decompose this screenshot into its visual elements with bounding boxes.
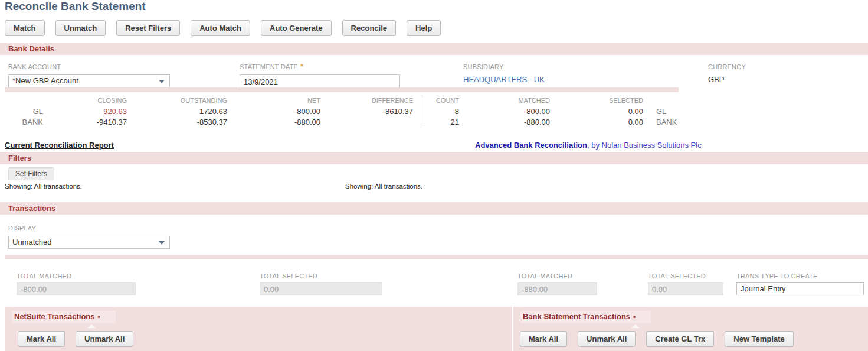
bank-statement-transactions-panel: Bank Statement Transactions• Mark All Un… — [513, 307, 868, 351]
netsuite-total-selected-label: TOTAL SELECTED — [260, 272, 382, 280]
column-header-outstanding: OUTSTANDING — [156, 97, 227, 104]
netsuite-panel-buttons: Mark All Unmark All — [18, 331, 133, 347]
bank-account-field: BANK ACCOUNT *New GBP Account — [8, 61, 170, 87]
toolbar: Match Unmatch Reset Filters Auto Match A… — [5, 20, 441, 36]
column-header-closing: CLOSING — [68, 97, 127, 104]
bank-total-matched-label: TOTAL MATCHED — [517, 272, 597, 280]
divider-strip — [5, 255, 868, 259]
netsuite-total-matched-input — [17, 282, 136, 295]
gl-count-cell: 8 — [412, 107, 459, 116]
bank-total-selected-label: TOTAL SELECTED — [648, 272, 723, 280]
bank-closing-cell: -9410.37 — [68, 118, 127, 126]
chevron-down-icon — [159, 80, 165, 83]
netsuite-total-selected-input — [260, 282, 382, 295]
bank-account-label: BANK ACCOUNT — [8, 63, 61, 70]
gl-outstanding-cell: 1720.63 — [156, 107, 227, 116]
column-header-count: COUNT — [412, 97, 459, 104]
reconcile-button[interactable]: Reconcile — [342, 20, 396, 36]
bullet-icon: • — [98, 313, 100, 321]
summary-table-divider — [424, 96, 424, 127]
auto-generate-button[interactable]: Auto Generate — [261, 20, 332, 36]
subsidiary-link[interactable]: HEADQUARTERS - UK — [463, 75, 545, 84]
bank-selected-cell: 0.00 — [584, 118, 643, 126]
set-filters-button[interactable]: Set Filters — [8, 167, 54, 180]
bank-outstanding-cell: -8530.37 — [156, 118, 227, 126]
netsuite-mark-all-button[interactable]: Mark All — [18, 331, 65, 347]
gl-row-label: GL — [8, 107, 43, 116]
divider-strip — [5, 87, 679, 92]
advanced-bank-reconciliation-link[interactable]: Advanced Bank Reconciliation — [475, 141, 587, 150]
netsuite-total-matched-field: TOTAL MATCHED — [17, 272, 136, 295]
bank-total-selected-field: TOTAL SELECTED — [648, 272, 723, 295]
subsidiary-label: SUBSIDIARY — [463, 63, 503, 70]
bank-statement-transactions-title[interactable]: Bank Statement Transactions• — [520, 311, 651, 323]
bank-account-value: *New GBP Account — [12, 76, 78, 85]
bank-details-section-header: Bank Details — [0, 43, 868, 55]
bullet-icon: • — [633, 313, 636, 321]
column-header-difference: DIFFERENCE — [342, 97, 413, 104]
showing-text-bank: Showing: All transactions. — [345, 183, 422, 190]
reconcile-bank-statement-page: Reconcile Bank Statement Match Unmatch R… — [0, 0, 868, 351]
reset-filters-button[interactable]: Reset Filters — [116, 20, 180, 36]
gl-selected-cell: 0.00 — [584, 107, 643, 116]
gl-difference-cell: -8610.37 — [342, 107, 413, 116]
bank-total-matched-input — [517, 282, 597, 295]
bank-row-label: BANK — [8, 118, 43, 126]
trans-type-to-create-select[interactable]: Journal Entry — [736, 282, 864, 295]
chevron-down-icon — [159, 241, 165, 245]
bank-account-select[interactable]: *New GBP Account — [8, 74, 170, 87]
trans-type-to-create-value: Journal Entry — [741, 284, 786, 293]
collapse-caret-icon — [87, 324, 96, 328]
transactions-section-header: Transactions — [0, 202, 868, 214]
bank-matched-cell: -880.00 — [491, 118, 550, 126]
netsuite-transactions-title[interactable]: NetSuite Transactions• — [12, 311, 116, 323]
match-button[interactable]: Match — [5, 20, 45, 36]
bank-count-cell: 21 — [412, 118, 459, 126]
netsuite-transactions-panel: NetSuite Transactions• Mark All Unmark A… — [5, 307, 512, 351]
column-header-selected: SELECTED — [584, 97, 643, 104]
product-credit: Advanced Bank Reconciliation, by Nolan B… — [475, 141, 702, 150]
statement-date-label: STATEMENT DATE — [240, 63, 298, 70]
product-credit-suffix: , by Nolan Business Solutions Plc — [587, 141, 702, 150]
display-value: Unmatched — [12, 238, 51, 246]
gl-matched-cell: -800.00 — [491, 107, 550, 116]
unmatch-button[interactable]: Unmatch — [55, 20, 106, 36]
display-field: DISPLAY Unmatched — [8, 222, 170, 249]
bank-panel-buttons: Mark All Unmark All Create GL Trx New Te… — [520, 331, 794, 347]
subsidiary-field: SUBSIDIARY HEADQUARTERS - UK — [463, 61, 545, 84]
new-template-button[interactable]: New Template — [725, 331, 793, 347]
statement-date-input[interactable] — [240, 74, 400, 89]
currency-value: GBP — [708, 75, 746, 84]
gl-right-label: GL — [656, 107, 666, 116]
bank-mark-all-button[interactable]: Mark All — [520, 331, 567, 347]
trans-type-to-create-field: TRANS TYPE TO CREATE Journal Entry — [736, 272, 864, 295]
statement-date-field: STATEMENT DATE* — [240, 61, 400, 89]
trans-type-to-create-label: TRANS TYPE TO CREATE — [736, 272, 864, 280]
display-label: DISPLAY — [8, 225, 36, 232]
page-title: Reconcile Bank Statement — [5, 0, 146, 13]
currency-label: CURRENCY — [708, 63, 746, 70]
column-header-net: NET — [261, 97, 320, 104]
showing-text-netsuite: Showing: All transactions. — [5, 183, 82, 190]
help-button[interactable]: Help — [407, 20, 441, 36]
current-reconciliation-report-link[interactable]: Current Reconciliation Report — [5, 141, 114, 150]
gl-closing-cell: 920.63 — [68, 107, 127, 116]
create-gl-trx-button[interactable]: Create GL Trx — [646, 331, 714, 347]
bank-unmark-all-button[interactable]: Unmark All — [578, 331, 636, 347]
gl-closing-link[interactable]: 920.63 — [103, 107, 127, 116]
column-header-matched: MATCHED — [491, 97, 550, 104]
bank-net-cell: -880.00 — [261, 118, 320, 126]
filters-section-header: Filters — [0, 152, 868, 164]
required-asterisk: * — [300, 63, 303, 71]
netsuite-total-selected-field: TOTAL SELECTED — [260, 272, 382, 295]
netsuite-unmark-all-button[interactable]: Unmark All — [76, 331, 133, 347]
bank-total-selected-input — [648, 282, 723, 295]
collapse-caret-icon — [631, 324, 640, 328]
currency-field: CURRENCY GBP — [708, 61, 746, 84]
bank-right-label: BANK — [656, 118, 677, 126]
bank-total-matched-field: TOTAL MATCHED — [517, 272, 597, 295]
display-select[interactable]: Unmatched — [8, 236, 170, 249]
auto-match-button[interactable]: Auto Match — [191, 20, 250, 36]
gl-net-cell: -800.00 — [261, 107, 320, 116]
netsuite-total-matched-label: TOTAL MATCHED — [17, 272, 136, 280]
